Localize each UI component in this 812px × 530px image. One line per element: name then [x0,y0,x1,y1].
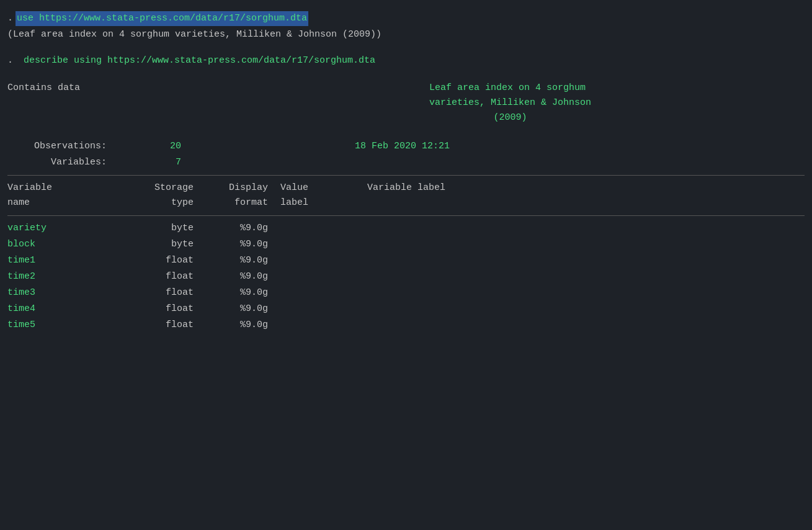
vars-value: 7 [132,155,206,170]
table-row: varietybyte%9.0g [7,221,805,236]
col-header-varlabel-2 [367,195,491,210]
dataset-title-line3: (2009) [429,110,591,125]
cell-display: %9.0g [206,253,280,268]
cell-storage: byte [119,221,206,236]
cell-storage: float [119,285,206,300]
cell-varname: time2 [7,269,119,284]
divider-1 [7,175,805,176]
cell-varname: time3 [7,285,119,300]
spacer-1 [7,42,805,53]
cell-storage: byte [119,237,206,252]
cell-variable-label [367,221,491,236]
observations-row: Observations: 20 18 Feb 2020 12:21 [7,139,805,154]
spacer-3 [7,128,805,139]
col-header-value-1: Value [280,181,355,195]
col-header-storage-2: type [119,195,206,210]
cell-value-label [280,302,355,317]
cell-display: %9.0g [206,285,280,300]
col-header-display-1: Display [206,181,280,195]
describe-cmd-static [16,53,21,68]
contains-label: Contains data [7,81,429,125]
contains-data-row: Contains data Leaf area index on 4 sorgh… [7,81,805,125]
prompt-2: . [7,53,13,68]
cell-storage: float [119,302,206,317]
table-row: time2float%9.0g [7,269,805,284]
cell-value-label [280,237,355,252]
cell-varname: block [7,237,119,252]
cell-value-label [280,221,355,236]
cell-varname: time1 [7,253,119,268]
table-row: time3float%9.0g [7,285,805,300]
dataset-title-line2: varieties, Milliken & Johnson [429,96,591,110]
table-header-line1: Variable Storage Display Value Variable … [7,181,805,195]
table-row: blockbyte%9.0g [7,237,805,252]
cell-storage: float [119,318,206,333]
cell-storage: float [119,269,206,284]
col-header-display-2: format [206,195,280,210]
prompt-1: . [7,11,13,26]
col-header-varname-1: Variable [7,181,119,195]
cell-display: %9.0g [206,221,280,236]
cell-storage: float [119,253,206,268]
divider-2 [7,215,805,216]
cell-display: %9.0g [206,302,280,317]
cell-value-label [280,269,355,284]
spacer-2 [7,70,805,81]
cell-variable-label [367,237,491,252]
variables-row: Variables: 7 [7,155,805,170]
vars-label: Variables: [7,155,132,170]
dataset-title-block: Leaf area index on 4 sorghum varieties, … [429,81,591,125]
cell-display: %9.0g [206,237,280,252]
obs-label: Observations: [7,139,132,154]
cell-value-label [280,285,355,300]
use-command-line: . use https://www.stata-press.com/data/r… [7,11,805,26]
col-header-storage-1: Storage [119,181,206,195]
cell-varname: variety [7,221,119,236]
obs-date: 18 Feb 2020 12:21 [355,139,450,154]
cell-varname: time5 [7,318,119,333]
cell-variable-label [367,253,491,268]
cell-display: %9.0g [206,269,280,284]
table-row: time4float%9.0g [7,302,805,317]
col-header-varname-2: name [7,195,119,210]
cell-value-label [280,318,355,333]
use-command-text: use https://www.stata-press.com/data/r17… [16,11,308,26]
cell-variable-label [367,285,491,300]
col-header-varlabel-1: Variable label [367,181,491,195]
data-rows-container: varietybyte%9.0gblockbyte%9.0gtime1float… [7,221,805,333]
cell-value-label [280,253,355,268]
cell-variable-label [367,269,491,284]
use-output: (Leaf area index on 4 sorghum varieties,… [7,27,805,42]
table-row: time1float%9.0g [7,253,805,268]
describe-command-line: . describe using https://www.stata-press… [7,53,805,68]
obs-value: 20 [132,139,206,154]
table-header-line2: name type format label [7,195,805,210]
table-row: time5float%9.0g [7,318,805,333]
cell-variable-label [367,318,491,333]
col-header-value-2: label [280,195,355,210]
cell-display: %9.0g [206,318,280,333]
dataset-title-line1: Leaf area index on 4 sorghum [429,81,591,96]
describe-command-text: describe using https://www.stata-press.c… [24,53,375,68]
cell-varname: time4 [7,302,119,317]
cell-variable-label [367,302,491,317]
terminal-output: . use https://www.stata-press.com/data/r… [0,6,812,339]
